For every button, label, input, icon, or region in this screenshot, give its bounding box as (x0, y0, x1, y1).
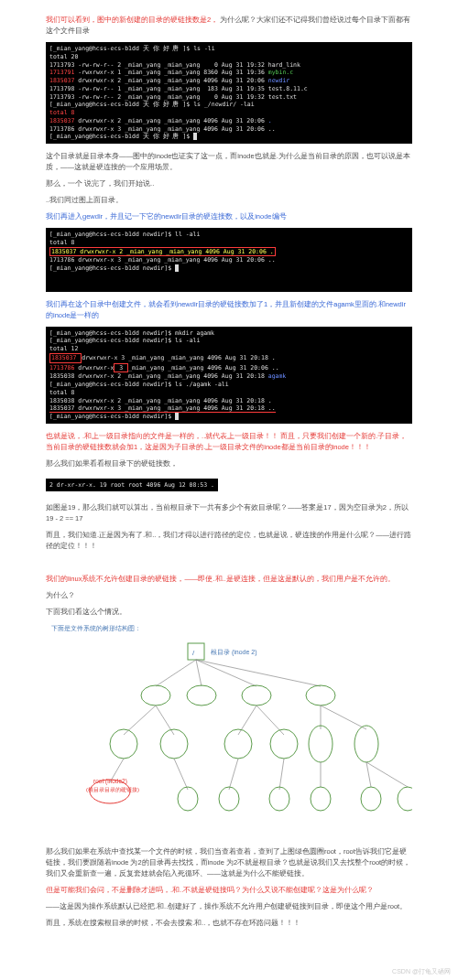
svg-rect-0 (188, 643, 204, 660)
para-5d: 而且，系统在搜索根目录的时候，不会去搜索.和..，也就不存在环路问题！！！ (46, 918, 412, 929)
svg-point-8 (187, 685, 216, 705)
svg-line-24 (174, 759, 188, 790)
svg-text:根目录 (inode 2): 根目录 (inode 2) (211, 649, 257, 656)
svg-point-7 (141, 685, 170, 705)
svg-point-35 (269, 787, 289, 811)
svg-point-17 (110, 729, 137, 759)
svg-line-3 (156, 660, 196, 686)
svg-line-29 (366, 762, 408, 787)
para-1c: ..我们同过图上面目录。 (46, 195, 412, 206)
intro: 我们可以看到，图中的新创建的目录的硬链接数是2， 为什么呢？大家们还不记得我们曾… (46, 15, 412, 37)
svg-point-9 (242, 685, 271, 705)
para-5a: 那么我们如果在系统中查找某一个文件的时候，我们当查着查着，查到了上图绿色圆圈ro… (46, 846, 412, 879)
para-4b: 为什么？ (46, 590, 412, 601)
svg-line-25 (229, 759, 238, 790)
svg-point-37 (361, 787, 381, 811)
para-3a: 如图是19，那么我们就可以算出，当前根目录下一共有多少个有效目录呢？——答案是1… (46, 502, 412, 524)
svg-point-34 (219, 787, 239, 811)
svg-line-26 (279, 759, 284, 790)
para-1b: 那么，一个 说完了，我们开始说.. (46, 178, 412, 189)
article-body: 我们可以看到，图中的新创建的目录的硬链接数是2， 为什么呢？大家们还不记得我们曾… (0, 0, 458, 953)
svg-point-36 (311, 787, 331, 811)
svg-line-12 (156, 705, 174, 735)
svg-point-22 (354, 726, 378, 762)
terminal-3: [_mian_yang@hcss-ecs-b1dd newdir]$ mkdir… (46, 327, 412, 424)
para-1a: 这个目录就是目录本身——图中的inode也证实了这一点，而inode也就是.为什… (46, 151, 412, 173)
tree-title: 下面是文件系统的树形结构图： (51, 623, 412, 633)
svg-point-19 (224, 729, 252, 759)
terminal-1: [_mian_yang@hcss-ecs-b1dd 天 你 好 唐 ]$ ls … (46, 42, 412, 144)
svg-text:root (inode2): root (inode2) (93, 778, 127, 785)
blue-note-1: 我们再进入gewdir，并且记一下它的newdir目录的硬连接数，以及inode… (46, 211, 412, 222)
para-5c: ——这是因为操作系统默认已经把.和..创建好了，操作系统不允许用户创建硬链接到目… (46, 901, 412, 912)
svg-point-33 (178, 787, 198, 811)
svg-line-6 (196, 660, 321, 686)
svg-line-5 (196, 660, 256, 686)
svg-line-16 (321, 705, 366, 729)
svg-line-4 (196, 660, 202, 686)
tree-diagram: / 根目录 (inode 2) root (inode2) (46, 636, 412, 837)
para-4c: 下面我们看这么个情况。 (46, 607, 412, 618)
svg-line-28 (366, 762, 371, 787)
svg-point-18 (160, 729, 188, 759)
para-3b: 而且，我们知道.正是因为有了.和..，我们才得以进行路径的定位，也就是说，硬连接… (46, 530, 412, 552)
single-row-snippet: 2 dr-xr-xr-x. 19 root root 4096 Aug 12 0… (46, 479, 218, 491)
blue-note-2: 我们再在这个目录中创建文件，就会看到newdir目录的硬链接数加了1，并且新创建… (46, 299, 412, 321)
svg-point-10 (306, 685, 335, 705)
svg-point-21 (309, 726, 333, 762)
para-4a: 我们的linux系统不允许创建目录的硬链接，——即使.和..是硬连接，但是这是默… (46, 574, 412, 585)
svg-text:/: / (192, 649, 195, 657)
svg-text:(根目录目录的硬链接): (根目录目录的硬链接) (86, 786, 139, 792)
terminal-2: [_mian_yang@hcss-ecs-b1dd newdir]$ ll -a… (46, 228, 412, 291)
intro-highlight: 我们可以看到，图中的新创建的目录的硬链接数是2， (46, 16, 218, 24)
svg-point-38 (398, 787, 412, 811)
para-5b: 但是可能我们会问，不是删除才进吗，.和..不就是硬链接吗？为什么又说不能创建呢？… (46, 885, 412, 896)
svg-line-13 (238, 705, 256, 735)
para-2b: 那么我们如果看看根目录下的硬链接数， (46, 458, 412, 469)
svg-point-20 (270, 729, 298, 759)
para-2a: 也就是说，.和上一级目录指向的文件是一样的，..就代表上一级目录！！ 而且，只要… (46, 431, 412, 453)
